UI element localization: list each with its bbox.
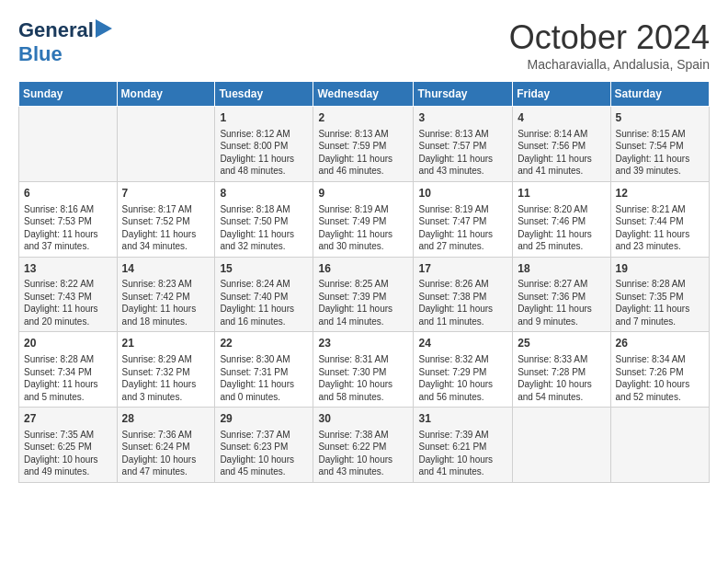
day-info: Sunset: 7:32 PM: [122, 366, 210, 379]
day-number: 30: [318, 411, 408, 427]
header-cell-wednesday: Wednesday: [313, 82, 414, 107]
day-info: Daylight: 11 hours and 25 minutes.: [518, 228, 605, 253]
day-info: Sunrise: 8:32 AM: [418, 353, 507, 366]
day-info: Sunset: 7:46 PM: [518, 215, 605, 228]
day-number: 24: [418, 336, 507, 351]
day-info: Daylight: 11 hours and 27 minutes.: [418, 228, 507, 253]
day-info: Daylight: 11 hours and 46 minutes.: [318, 153, 408, 178]
day-number: 27: [24, 411, 112, 427]
day-info: Sunset: 7:39 PM: [318, 291, 408, 304]
day-number: 3: [418, 110, 507, 126]
day-info: Sunrise: 8:15 AM: [616, 128, 704, 141]
calendar-cell: [513, 408, 610, 483]
calendar-cell: 2Sunrise: 8:13 AMSunset: 7:59 PMDaylight…: [313, 107, 414, 182]
day-info: Daylight: 10 hours and 58 minutes.: [318, 378, 408, 403]
calendar-cell: [19, 107, 118, 182]
header-cell-monday: Monday: [117, 82, 215, 107]
day-info: Daylight: 10 hours and 41 minutes.: [418, 454, 507, 478]
day-number: 11: [518, 186, 605, 201]
day-info: Sunrise: 8:14 AM: [518, 128, 605, 141]
day-number: 5: [616, 110, 704, 126]
day-number: 9: [318, 186, 408, 201]
day-info: Daylight: 11 hours and 5 minutes.: [24, 378, 112, 403]
day-info: Daylight: 11 hours and 11 minutes.: [418, 303, 507, 327]
day-number: 16: [318, 261, 408, 277]
day-info: Daylight: 11 hours and 18 minutes.: [122, 303, 210, 327]
month-title: October 2024: [509, 18, 710, 57]
day-info: Sunrise: 8:18 AM: [220, 203, 308, 216]
day-info: Sunset: 7:28 PM: [518, 366, 605, 379]
day-info: Sunset: 6:22 PM: [318, 441, 408, 454]
day-info: Daylight: 10 hours and 45 minutes.: [220, 454, 308, 478]
day-info: Sunrise: 7:35 AM: [24, 429, 112, 442]
day-info: Sunrise: 8:17 AM: [122, 203, 210, 216]
page: General Blue October 2024 Macharavialla,…: [0, 0, 728, 563]
logo-arrow-icon: [96, 19, 112, 38]
day-info: Sunset: 7:57 PM: [418, 140, 507, 153]
day-info: Daylight: 11 hours and 14 minutes.: [318, 303, 408, 327]
calendar-cell: 9Sunrise: 8:19 AMSunset: 7:49 PMDaylight…: [313, 181, 414, 257]
calendar-cell: 8Sunrise: 8:18 AMSunset: 7:50 PMDaylight…: [215, 181, 313, 257]
day-info: Sunset: 6:23 PM: [220, 441, 308, 454]
calendar-cell: 10Sunrise: 8:19 AMSunset: 7:47 PMDayligh…: [414, 181, 513, 257]
calendar-header: SundayMondayTuesdayWednesdayThursdayFrid…: [19, 82, 710, 107]
calendar-cell: 14Sunrise: 8:23 AMSunset: 7:42 PMDayligh…: [117, 257, 215, 332]
day-info: Sunset: 7:47 PM: [418, 215, 507, 228]
day-info: Sunrise: 8:33 AM: [518, 353, 605, 366]
day-number: 6: [24, 186, 112, 201]
week-row-1: 1Sunrise: 8:12 AMSunset: 8:00 PMDaylight…: [19, 107, 710, 182]
day-number: 14: [122, 261, 210, 277]
day-info: Daylight: 11 hours and 32 minutes.: [220, 228, 308, 253]
svg-marker-0: [96, 19, 112, 38]
day-info: Daylight: 10 hours and 54 minutes.: [518, 378, 605, 403]
day-info: Sunrise: 8:29 AM: [122, 353, 210, 366]
logo: General Blue: [18, 18, 112, 66]
day-info: Daylight: 10 hours and 47 minutes.: [122, 454, 210, 478]
day-info: Sunrise: 8:23 AM: [122, 278, 210, 291]
day-info: Sunrise: 8:16 AM: [24, 203, 112, 216]
day-number: 23: [318, 336, 408, 351]
day-info: Sunrise: 8:19 AM: [418, 203, 507, 216]
day-info: Sunrise: 8:24 AM: [220, 278, 308, 291]
calendar-cell: 23Sunrise: 8:31 AMSunset: 7:30 PMDayligh…: [313, 332, 414, 408]
week-row-5: 27Sunrise: 7:35 AMSunset: 6:25 PMDayligh…: [19, 408, 710, 483]
day-info: Sunset: 7:38 PM: [418, 291, 507, 304]
header-cell-sunday: Sunday: [19, 82, 118, 107]
day-info: Sunrise: 8:30 AM: [220, 353, 308, 366]
calendar-cell: 27Sunrise: 7:35 AMSunset: 6:25 PMDayligh…: [19, 408, 118, 483]
day-info: Sunset: 7:52 PM: [122, 215, 210, 228]
calendar-cell: 5Sunrise: 8:15 AMSunset: 7:54 PMDaylight…: [610, 107, 709, 182]
day-info: Sunset: 7:31 PM: [220, 366, 308, 379]
day-info: Sunset: 6:25 PM: [24, 441, 112, 454]
title-area: October 2024 Macharavialla, Andalusia, S…: [509, 18, 710, 72]
day-number: 18: [518, 261, 605, 277]
day-info: Sunrise: 8:13 AM: [418, 128, 507, 141]
day-number: 31: [418, 411, 507, 427]
day-info: Sunset: 7:56 PM: [518, 140, 605, 153]
day-info: Sunrise: 8:31 AM: [318, 353, 408, 366]
day-info: Daylight: 11 hours and 30 minutes.: [318, 228, 408, 253]
calendar-cell: 30Sunrise: 7:38 AMSunset: 6:22 PMDayligh…: [313, 408, 414, 483]
calendar-cell: 7Sunrise: 8:17 AMSunset: 7:52 PMDaylight…: [117, 181, 215, 257]
day-info: Sunset: 7:40 PM: [220, 291, 308, 304]
calendar-cell: [610, 408, 709, 483]
day-number: 8: [220, 186, 308, 201]
day-number: 1: [220, 110, 308, 126]
calendar-cell: 25Sunrise: 8:33 AMSunset: 7:28 PMDayligh…: [513, 332, 610, 408]
week-row-2: 6Sunrise: 8:16 AMSunset: 7:53 PMDaylight…: [19, 181, 710, 257]
header: General Blue October 2024 Macharavialla,…: [18, 18, 710, 72]
day-number: 25: [518, 336, 605, 351]
day-number: 7: [122, 186, 210, 201]
calendar-cell: 11Sunrise: 8:20 AMSunset: 7:46 PMDayligh…: [513, 181, 610, 257]
calendar-cell: 20Sunrise: 8:28 AMSunset: 7:34 PMDayligh…: [19, 332, 118, 408]
header-cell-friday: Friday: [513, 82, 610, 107]
day-info: Sunrise: 8:19 AM: [318, 203, 408, 216]
calendar-cell: 31Sunrise: 7:39 AMSunset: 6:21 PMDayligh…: [414, 408, 513, 483]
calendar-cell: 29Sunrise: 7:37 AMSunset: 6:23 PMDayligh…: [215, 408, 313, 483]
calendar-cell: 19Sunrise: 8:28 AMSunset: 7:35 PMDayligh…: [610, 257, 709, 332]
day-info: Sunset: 6:24 PM: [122, 441, 210, 454]
day-number: 22: [220, 336, 308, 351]
day-number: 13: [24, 261, 112, 277]
day-info: Daylight: 11 hours and 16 minutes.: [220, 303, 308, 327]
day-number: 15: [220, 261, 308, 277]
